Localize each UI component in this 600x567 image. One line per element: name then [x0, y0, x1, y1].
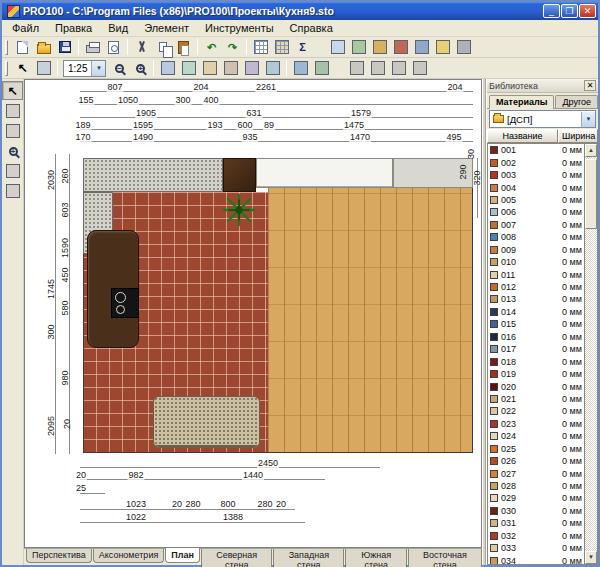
column-width[interactable]: Ширина — [558, 129, 598, 143]
show-grid-button[interactable] — [348, 38, 369, 57]
menu-item-3[interactable]: Вид — [100, 21, 136, 35]
save-project-button[interactable] — [54, 38, 75, 57]
cut-button[interactable] — [131, 38, 152, 57]
view-axonometry-button[interactable] — [178, 59, 199, 78]
close-button[interactable]: ✕ — [579, 4, 596, 18]
show-colors-button[interactable] — [390, 38, 411, 57]
material-row[interactable]: 0050 мм — [488, 194, 584, 206]
copy-button[interactable] — [152, 38, 173, 57]
settings-button[interactable] — [453, 38, 474, 57]
view-south-wall-button[interactable] — [262, 59, 283, 78]
material-row[interactable]: 0300 мм — [488, 505, 584, 517]
maximize-button[interactable]: ❐ — [561, 4, 578, 18]
material-row[interactable]: 0020 мм — [488, 156, 584, 168]
scrollbar-track[interactable] — [585, 157, 597, 551]
cooktop[interactable] — [111, 288, 139, 318]
material-row[interactable]: 0340 мм — [488, 554, 584, 565]
view-tab-7[interactable]: Восточная стена — [408, 549, 482, 567]
material-row[interactable]: 0010 мм — [488, 144, 584, 156]
redo-button[interactable]: ↷ — [222, 38, 243, 57]
scroll-up-icon[interactable]: ▲ — [585, 144, 597, 157]
material-row[interactable]: 0320 мм — [488, 530, 584, 542]
view-tab-5[interactable]: Западная стена — [273, 549, 344, 567]
move-up-button[interactable] — [388, 59, 409, 78]
measure-tool-button[interactable] — [2, 121, 23, 140]
menu-item-2[interactable]: Правка — [47, 21, 100, 35]
walk-mode-button[interactable] — [33, 59, 54, 78]
minimize-button[interactable]: _ — [543, 4, 560, 18]
material-row[interactable]: 0290 мм — [488, 492, 584, 504]
library-scrollbar[interactable]: ▲ ▼ — [584, 143, 598, 565]
move-right-button[interactable] — [367, 59, 388, 78]
view-tab-6[interactable]: Южная стена — [345, 549, 407, 567]
move-left-button[interactable] — [346, 59, 367, 78]
show-lights-button[interactable] — [432, 38, 453, 57]
material-row[interactable]: 0210 мм — [488, 393, 584, 405]
menu-item-4[interactable]: Элемент — [136, 21, 197, 35]
view-perspective-button[interactable] — [157, 59, 178, 78]
material-row[interactable]: 0220 мм — [488, 405, 584, 417]
show-dimensions-button[interactable] — [327, 38, 348, 57]
zoom-in-button[interactable]: + — [129, 59, 150, 78]
material-row[interactable]: 0250 мм — [488, 443, 584, 455]
material-row[interactable]: 0120 мм — [488, 281, 584, 293]
material-row[interactable]: 0170 мм — [488, 343, 584, 355]
bench-seat[interactable] — [153, 396, 260, 448]
material-row[interactable]: 0130 мм — [488, 293, 584, 305]
material-category-select[interactable]: [ДСП] ▼ — [489, 110, 596, 128]
select-tool-button[interactable]: ↖ — [2, 81, 23, 100]
material-row[interactable]: 0040 мм — [488, 181, 584, 193]
menu-item-5[interactable]: Инструменты — [197, 21, 282, 35]
plant-symbol[interactable] — [221, 192, 257, 228]
fit-view-button[interactable] — [311, 59, 332, 78]
show-frames-button[interactable] — [411, 38, 432, 57]
zoom-out-button[interactable]: − — [108, 59, 129, 78]
menu-item-1[interactable]: Файл — [4, 21, 47, 35]
view-west-wall-button[interactable] — [241, 59, 262, 78]
show-textures-button[interactable] — [369, 38, 390, 57]
new-project-button[interactable] — [12, 38, 33, 57]
view-tab-1[interactable]: Перспектива — [26, 549, 92, 563]
materials-list-button[interactable] — [271, 38, 292, 57]
move-down-button[interactable] — [409, 59, 430, 78]
material-row[interactable]: 0190 мм — [488, 368, 584, 380]
close-icon[interactable]: ✕ — [584, 80, 596, 91]
library-tab-1[interactable]: Материалы — [489, 95, 554, 109]
zoom-tool-button[interactable]: + — [2, 141, 23, 160]
material-row[interactable]: 0060 мм — [488, 206, 584, 218]
material-row[interactable]: 0310 мм — [488, 517, 584, 529]
view-tab-3[interactable]: План — [165, 548, 200, 563]
material-row[interactable]: 0100 мм — [488, 256, 584, 268]
element-list-button[interactable] — [250, 38, 271, 57]
material-row[interactable]: 0280 мм — [488, 480, 584, 492]
kitchen-counter-top[interactable] — [83, 158, 223, 192]
wall-cabinet[interactable] — [256, 158, 393, 188]
toolbar-drag-handle[interactable] — [5, 61, 8, 76]
paste-button[interactable] — [173, 38, 194, 57]
column-name[interactable]: Название — [487, 129, 558, 143]
view-north-wall-button[interactable] — [220, 59, 241, 78]
portal-tool-button[interactable] — [2, 101, 23, 120]
scrollbar-thumb[interactable] — [585, 159, 597, 229]
material-row[interactable]: 0150 мм — [488, 318, 584, 330]
select-mode-button[interactable]: ↖ — [12, 59, 33, 78]
material-row[interactable]: 0070 мм — [488, 219, 584, 231]
material-row[interactable]: 0180 мм — [488, 355, 584, 367]
material-row[interactable]: 0030 мм — [488, 169, 584, 181]
scale-select[interactable]: 1:25▼ — [63, 60, 106, 77]
material-row[interactable]: 0330 мм — [488, 542, 584, 554]
tall-cabinet[interactable] — [223, 158, 256, 192]
chevron-down-icon[interactable]: ▼ — [91, 61, 105, 76]
toolbar-drag-handle[interactable] — [5, 40, 8, 55]
view-plan-button[interactable] — [199, 59, 220, 78]
chevron-down-icon[interactable]: ▼ — [581, 112, 595, 127]
print-preview-button[interactable] — [103, 38, 124, 57]
view-tab-2[interactable]: Аксонометрия — [93, 549, 165, 563]
material-row[interactable]: 0140 мм — [488, 306, 584, 318]
material-row[interactable]: 0270 мм — [488, 467, 584, 479]
material-row[interactable]: 0110 мм — [488, 268, 584, 280]
print-button[interactable] — [82, 38, 103, 57]
menu-item-6[interactable]: Справка — [282, 21, 341, 35]
material-row[interactable]: 0260 мм — [488, 455, 584, 467]
material-row[interactable]: 0200 мм — [488, 380, 584, 392]
